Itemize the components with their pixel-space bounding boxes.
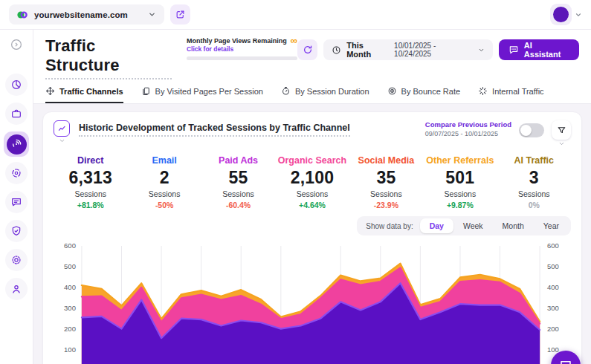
user-menu[interactable]: [550, 4, 582, 25]
svg-text:200: 200: [64, 325, 76, 333]
show-data-by-label: Show data by:: [359, 222, 419, 230]
briefcase-icon: [10, 108, 22, 120]
topbar: yourwebsitename.com: [0, 0, 591, 30]
site-favicon-icon: [17, 10, 28, 20]
compare-range: 09/07/2025 - 10/01/2025: [425, 130, 511, 137]
stat-value: 3: [497, 168, 571, 188]
sidebar-item-goals[interactable]: [5, 162, 28, 184]
sidebar-toggle[interactable]: [7, 35, 26, 54]
pie-chart-icon: [10, 79, 22, 91]
stat-label: Direct: [54, 155, 127, 166]
infinity-icon: ∞: [291, 37, 297, 45]
stat-unit: Sessions: [127, 189, 201, 198]
granularity-week[interactable]: Week: [453, 218, 493, 233]
stat-value: 35: [349, 168, 423, 188]
user-icon: [10, 283, 22, 295]
sidebar-item-messages[interactable]: [5, 191, 28, 213]
filter-button[interactable]: [552, 120, 571, 140]
main-area: Traffic Structure Monthly Page Views Rem…: [33, 30, 591, 364]
chevron-down-icon: [575, 11, 582, 19]
filter-icon: [557, 126, 566, 135]
sidebar-item-account[interactable]: [5, 278, 28, 300]
date-range-selector[interactable]: This Month 10/01/2025 - 10/24/2025: [323, 39, 493, 60]
scan-target-icon: [10, 167, 22, 179]
chevron-down-icon[interactable]: [59, 137, 65, 144]
quota-progress-bar: [187, 56, 297, 60]
sidebar: [0, 30, 33, 364]
site-name: yourwebsitename.com: [34, 10, 141, 19]
chart-line-icon: [54, 120, 70, 137]
stat-unit: Sessions: [275, 189, 349, 198]
granularity-year[interactable]: Year: [534, 218, 569, 233]
stat-label: Organic Search: [275, 155, 349, 166]
compare-toggle[interactable]: [519, 123, 544, 137]
stat-delta: -50%: [127, 201, 201, 209]
ai-assistant-label: AI Assistant: [524, 41, 569, 59]
chevron-down-icon[interactable]: [558, 140, 565, 147]
sessions-radar-icon: [10, 138, 22, 150]
stat-delta: +81.8%: [54, 201, 127, 209]
quota-details-link[interactable]: Click for details: [187, 45, 297, 53]
traffic-channels-icon: [45, 86, 55, 96]
external-link-icon: [175, 10, 185, 19]
site-selector[interactable]: yourwebsitename.com: [9, 4, 164, 25]
period-range: 10/01/2025 - 10/24/2025: [394, 42, 473, 58]
tab-label: By Bounce Rate: [401, 87, 461, 96]
stat-label: Paid Ads: [201, 155, 275, 166]
tab-label: Internal Traffic: [492, 87, 544, 96]
svg-text:100: 100: [547, 345, 559, 354]
tab-traffic-channels[interactable]: Traffic Channels: [45, 86, 123, 103]
open-site-button[interactable]: [170, 4, 190, 25]
stat-value: 55: [201, 168, 275, 188]
content-area: Historic Development of Tracked Sessions…: [33, 104, 591, 364]
ai-assistant-button[interactable]: AI Assistant: [499, 39, 579, 60]
traffic-card: Historic Development of Tracked Sessions…: [42, 111, 582, 364]
svg-text:500: 500: [64, 262, 76, 270]
clock-icon: [332, 45, 341, 55]
traffic-stacked-area-chart[interactable]: 0010010020020030030040040050050060060010…: [54, 238, 571, 364]
sidebar-item-analytics[interactable]: [5, 74, 28, 96]
svg-text:500: 500: [547, 262, 559, 270]
stat-label: Email: [127, 155, 201, 166]
stat-delta: +4.64%: [275, 201, 349, 209]
chat-fab-icon: [559, 359, 572, 364]
sidebar-item-traffic[interactable]: [4, 131, 29, 157]
sidebar-item-security[interactable]: [5, 220, 28, 242]
tab-session-duration[interactable]: By Session Duration: [281, 86, 369, 103]
granularity-day[interactable]: Day: [420, 218, 453, 233]
stat-organic-search[interactable]: Organic Search 2,100 Sessions +4.64%: [275, 155, 349, 209]
svg-text:400: 400: [64, 283, 76, 291]
period-label: This Month: [346, 41, 389, 59]
stat-delta: -60.4%: [201, 201, 275, 209]
stat-value: 6,313: [54, 168, 127, 188]
sidebar-item-business[interactable]: [5, 103, 28, 125]
sidebar-item-settings[interactable]: [5, 249, 28, 271]
stat-other-referrals[interactable]: Other Referrals 501 Sessions +9.87%: [423, 155, 497, 209]
stat-unit: Sessions: [497, 189, 571, 198]
granularity-month[interactable]: Month: [493, 218, 534, 233]
svg-text:600: 600: [64, 241, 76, 250]
tab-bounce-rate[interactable]: By Bounce Rate: [387, 86, 461, 103]
stat-email[interactable]: Email 2 Sessions -50%: [127, 155, 201, 209]
stat-unit: Sessions: [423, 189, 497, 198]
ai-chat-icon: [508, 45, 519, 55]
refresh-button[interactable]: [297, 39, 317, 60]
page-title: Traffic Structure: [45, 36, 172, 79]
chat-icon: [10, 196, 22, 208]
stat-ai-traffic[interactable]: AI Traffic 3 Sessions 0%: [497, 155, 571, 209]
svg-text:400: 400: [547, 283, 559, 291]
timer-icon: [281, 86, 291, 96]
stat-paid-ads[interactable]: Paid Ads 55 Sessions -60.4%: [201, 155, 275, 209]
quota-widget: Monthly Page Views Remaining ∞ Click for…: [187, 37, 297, 60]
svg-text:100: 100: [64, 345, 76, 354]
stat-label: Other Referrals: [423, 155, 497, 166]
stat-direct[interactable]: Direct 6,313 Sessions +81.8%: [54, 155, 127, 209]
refresh-icon: [303, 45, 313, 55]
granularity-switcher: Show data by: Day Week Month Year: [357, 216, 571, 235]
page-header: Traffic Structure Monthly Page Views Rem…: [33, 30, 591, 104]
quota-title: Monthly Page Views Remaining: [187, 37, 287, 45]
tab-internal-traffic[interactable]: Internal Traffic: [478, 86, 544, 103]
tab-visited-pages[interactable]: By Visited Pages Per Session: [141, 86, 263, 103]
stat-social-media[interactable]: Social Media 35 Sessions -23.9%: [349, 155, 423, 209]
avatar: [550, 4, 572, 25]
